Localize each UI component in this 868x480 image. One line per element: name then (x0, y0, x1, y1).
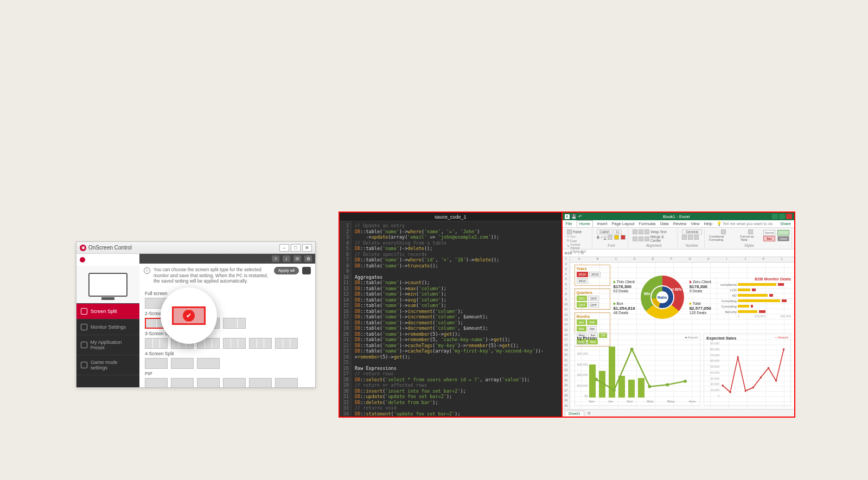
tab-home[interactable]: Home (577, 220, 593, 227)
slicer-quarters[interactable]: Quarters Qtr1 Qtr2 Qtr3 Qtr4 (575, 289, 610, 310)
stat-zero: Zero Client $178,300 9 Deals Total $2,57… (690, 280, 711, 315)
tab-formulas[interactable]: Formulas (639, 221, 656, 226)
brand-dot-icon (80, 257, 85, 263)
by-person-chart[interactable]: by Person ■ Amount $60,000$40,000$30,000… (575, 333, 701, 406)
svg-point-11 (760, 376, 762, 379)
nav-game-mode[interactable]: Game mode settings (76, 355, 139, 375)
split-icon (81, 308, 87, 315)
magnified-layout-icon: ✔ (172, 306, 206, 325)
tri-icon (614, 280, 616, 284)
info-button[interactable]: i (283, 255, 290, 262)
cond-format-icon[interactable] (721, 229, 726, 234)
svg-point-6 (722, 385, 724, 387)
tab-review[interactable]: Review (673, 221, 687, 226)
monitor-preview (76, 266, 139, 304)
window-title: OnScreen Control (88, 245, 132, 251)
code-area[interactable]: // Update an entry DB::table('name')->wh… (352, 221, 561, 417)
tab-insert[interactable]: Insert (597, 221, 608, 226)
layout-pip-e[interactable] (249, 378, 272, 387)
minimize-button[interactable]: – (279, 244, 289, 252)
tab-data[interactable]: Data (660, 221, 669, 226)
help-button[interactable]: ? (272, 255, 279, 262)
group-alignment: Wrap Text Merge & Center Alignment (630, 229, 677, 248)
font-color-icon[interactable] (621, 235, 626, 240)
split-screen-demo: sauce_code_1 1 2 3 4 5 6 7 8 9 10 11 12 … (339, 212, 795, 418)
expected-sales-chart[interactable]: Expected Sales — Amount 90,00080,00070,0… (704, 333, 791, 406)
nav-app-preset[interactable]: My Application Preset (76, 335, 139, 355)
close-button[interactable]: ✕ (302, 244, 312, 252)
save-icon-button[interactable] (302, 267, 311, 274)
row-headers[interactable]: 1234567891011121314151617181920212223242… (563, 257, 570, 409)
layout-3-f[interactable] (275, 338, 298, 349)
layout-4-b[interactable] (171, 358, 194, 369)
qat-undo-icon[interactable]: ↶ (578, 214, 582, 219)
qat-save-icon[interactable]: 💾 (571, 214, 577, 219)
editor-body[interactable]: 1 2 3 4 5 6 7 8 9 10 11 12 13 14 15 16 1… (340, 221, 561, 417)
apply-all-button[interactable]: Apply all (274, 267, 299, 274)
nav-label: My Application Preset (91, 340, 135, 350)
layout-3-a[interactable] (145, 338, 168, 349)
svg-point-7 (730, 391, 731, 393)
worksheet[interactable]: ABCDEFGHIJKL 123456789101112131415161718… (563, 257, 794, 409)
align-icon[interactable] (633, 229, 637, 234)
layout-pip-a[interactable] (145, 378, 168, 387)
tab-pagelayout[interactable]: Page Layout (611, 221, 634, 226)
svg-point-12 (768, 367, 769, 369)
nav-monitor-settings[interactable]: Monitor Settings (76, 319, 139, 335)
preset-icon (81, 342, 87, 348)
layout-4-c[interactable] (197, 358, 220, 369)
section-pip: PIP (145, 371, 310, 376)
layout-pip-b[interactable] (171, 378, 194, 387)
paste-icon[interactable] (567, 229, 572, 234)
gear-icon (81, 324, 87, 330)
svg-point-5 (684, 380, 687, 383)
titlebar[interactable]: ◉ OnScreen Control – □ ✕ (76, 242, 315, 254)
tab-view[interactable]: View (691, 221, 699, 226)
group-styles: Conditional Formatting Format as Table N… (707, 229, 792, 248)
layout-4-a[interactable] (145, 358, 168, 369)
new-sheet-button[interactable]: ⊕ (584, 411, 594, 415)
style-good[interactable] (777, 230, 789, 235)
nav-screen-split[interactable]: Screen Split (76, 304, 139, 319)
status-bar: Sheet1 ⊕ (563, 409, 794, 417)
layout-2-d[interactable] (223, 318, 246, 329)
maximize-button[interactable]: □ (291, 244, 301, 252)
selected-layout-magnifier: ✔ (161, 287, 217, 344)
fx-icon[interactable]: fx (579, 251, 586, 255)
settings-button[interactable]: ⚙ (304, 255, 312, 262)
excel-window-title: Book1 - Excel (663, 214, 690, 219)
sheet-tab[interactable]: Sheet1 (565, 411, 584, 416)
share-button[interactable]: Share (780, 221, 791, 226)
layout-3-d[interactable] (223, 338, 246, 349)
name-box[interactable]: A18 (563, 251, 579, 255)
tell-me[interactable]: 💡 Tell me what you want to do (717, 221, 773, 226)
fill-icon[interactable] (614, 235, 619, 240)
refresh-button[interactable]: ⟳ (293, 255, 301, 262)
tri-icon (690, 280, 692, 284)
editor-tab[interactable]: sauce_code_1 (340, 213, 561, 221)
layout-pip-c[interactable] (197, 378, 220, 387)
excel-titlebar[interactable]: X 💾 ↶ Book1 - Excel (563, 213, 794, 220)
column-headers[interactable]: ABCDEFGHIJKL (570, 257, 794, 263)
style-check[interactable]: Check Cell (777, 236, 789, 241)
group-font: Calibri11 BIU Font (595, 229, 628, 248)
layout-pip-f[interactable] (275, 378, 298, 387)
format-table-icon[interactable] (748, 229, 753, 234)
excel-window: X 💾 ↶ Book1 - Excel File Home Insert Pag… (563, 213, 794, 417)
gamepad-icon (81, 362, 87, 368)
border-icon[interactable] (608, 235, 612, 240)
svg-point-10 (752, 386, 754, 388)
layout-pip-d[interactable] (223, 378, 246, 387)
style-bad[interactable]: Bad (763, 236, 775, 241)
layout-3-e[interactable] (249, 338, 272, 349)
donut-chart[interactable]: Win 50% Lost 80% Ratio (641, 276, 684, 319)
excel-maximize-button[interactable] (779, 214, 785, 219)
slicer-years[interactable]: Years 2014 2013 2012 (575, 265, 610, 286)
section-raw: Raw Expressions (355, 366, 397, 371)
formula-bar[interactable]: A18 fx (563, 249, 794, 257)
tab-help[interactable]: Help (704, 221, 712, 226)
tab-file[interactable]: File (566, 221, 572, 226)
excel-close-button[interactable] (786, 214, 792, 219)
excel-minimize-button[interactable] (772, 214, 778, 219)
style-normal[interactable]: Normal (763, 230, 775, 235)
